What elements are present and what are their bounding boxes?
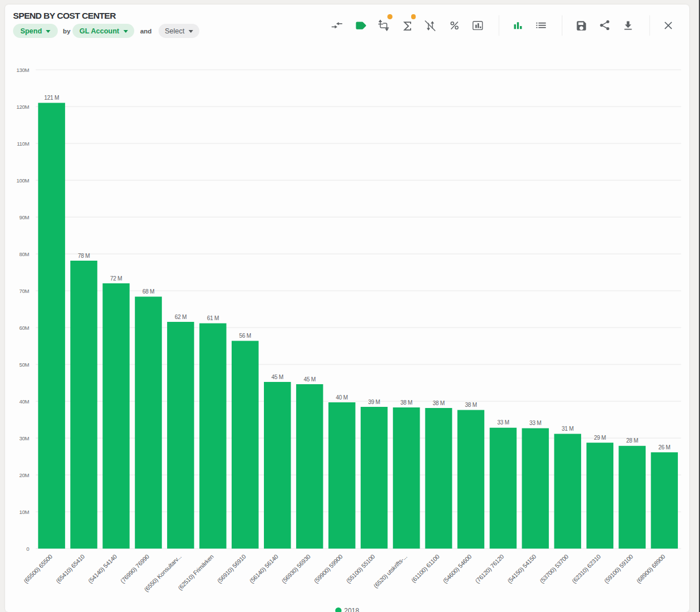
svg-text:0: 0 <box>27 546 29 552</box>
svg-text:(54140) 54140: (54140) 54140 <box>87 553 118 585</box>
svg-text:130M: 130M <box>16 67 29 73</box>
svg-text:80M: 80M <box>19 251 29 257</box>
svg-text:39 M: 39 M <box>368 399 380 405</box>
svg-text:(62510) Frimärken: (62510) Frimärken <box>177 553 215 592</box>
svg-text:(54600) 54600: (54600) 54600 <box>441 553 473 585</box>
svg-text:31 M: 31 M <box>562 426 574 432</box>
svg-text:(76990) 76990: (76990) 76990 <box>119 553 151 585</box>
svg-text:40M: 40M <box>19 398 29 405</box>
svg-text:(56140) 56140: (56140) 56140 <box>248 553 280 585</box>
svg-text:50M: 50M <box>19 362 29 368</box>
svg-text:45 M: 45 M <box>304 376 315 382</box>
svg-text:90M: 90M <box>19 214 29 220</box>
svg-text:10M: 10M <box>19 509 29 515</box>
svg-text:(54150) 54150: (54150) 54150 <box>506 553 537 585</box>
svg-text:33 M: 33 M <box>530 420 541 426</box>
svg-text:(62310) 62310: (62310) 62310 <box>570 553 602 585</box>
svg-text:61 M: 61 M <box>207 315 219 321</box>
svg-text:121 M: 121 M <box>44 95 59 101</box>
svg-text:33 M: 33 M <box>497 419 509 426</box>
svg-text:(53700) 53700: (53700) 53700 <box>538 553 570 585</box>
svg-text:(59100) 59100: (59100) 59100 <box>603 553 634 585</box>
svg-text:20M: 20M <box>19 472 29 478</box>
svg-text:28 M: 28 M <box>626 437 638 444</box>
svg-text:38 M: 38 M <box>465 402 477 408</box>
svg-text:(56910) 56910: (56910) 56910 <box>216 553 247 585</box>
svg-text:60M: 60M <box>19 325 29 331</box>
svg-text:100M: 100M <box>16 177 29 184</box>
svg-text:(6520) utskrifts-...: (6520) utskrifts-... <box>372 553 408 589</box>
svg-text:(65500) 65500: (65500) 65500 <box>22 553 54 585</box>
svg-text:(68900) 68900: (68900) 68900 <box>635 553 667 585</box>
svg-text:(76120) 76120: (76120) 76120 <box>473 553 505 585</box>
svg-text:26 M: 26 M <box>659 444 671 450</box>
svg-text:45 M: 45 M <box>271 374 283 380</box>
svg-text:38 M: 38 M <box>433 400 445 406</box>
svg-text:(59900) 59900: (59900) 59900 <box>313 553 344 585</box>
svg-text:(56930) 56930: (56930) 56930 <box>280 553 312 585</box>
svg-text:2018: 2018 <box>344 607 360 612</box>
svg-text:(61100) 61100: (61100) 61100 <box>410 553 441 584</box>
svg-text:72 M: 72 M <box>110 275 122 282</box>
svg-text:56 M: 56 M <box>239 333 251 339</box>
svg-text:78 M: 78 M <box>78 253 90 259</box>
svg-text:70M: 70M <box>19 288 29 294</box>
svg-text:120M: 120M <box>16 104 29 110</box>
svg-text:68 M: 68 M <box>142 288 154 295</box>
svg-text:30M: 30M <box>19 435 29 441</box>
svg-text:29 M: 29 M <box>594 435 606 441</box>
svg-text:(55100) 55100: (55100) 55100 <box>345 553 377 585</box>
svg-text:110M: 110M <box>17 141 29 147</box>
svg-text:40 M: 40 M <box>336 394 348 401</box>
svg-text:38 M: 38 M <box>400 400 412 406</box>
svg-text:(65410) 65410: (65410) 65410 <box>54 553 86 585</box>
svg-text:62 M: 62 M <box>174 314 186 320</box>
